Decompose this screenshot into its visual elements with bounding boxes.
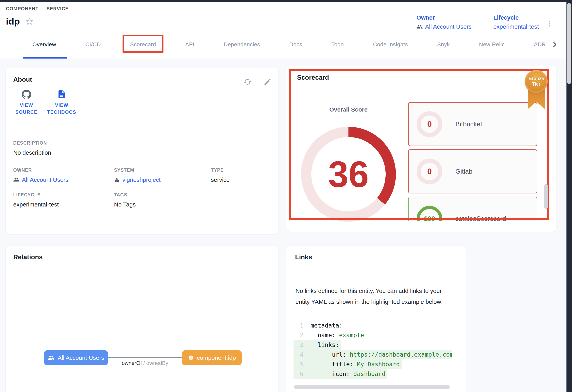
relations-card-title: Relations: [13, 253, 43, 261]
about-system: SYSTEM vigneshproject: [114, 167, 211, 183]
code-line: 2 name: example: [294, 330, 366, 340]
scorecard-item-bitbucket[interactable]: 0 Bitbucket: [408, 102, 537, 146]
scorecard-tab-highlight-box: [123, 35, 163, 53]
category-icon: [114, 177, 120, 182]
header-lifecycle: Lifecycle experimental-test: [493, 14, 539, 30]
view-source-label: VIEW SOURCE: [10, 102, 43, 116]
tab-docs[interactable]: Docs: [275, 30, 317, 59]
links-card-title: Links: [295, 253, 312, 261]
code-line-highlighted: 6 icon: dashboard: [294, 369, 387, 379]
chevron-right-icon[interactable]: [551, 41, 558, 49]
page-scrollbar-thumb[interactable]: [567, 3, 572, 84]
code-line-highlighted: 4 - url: https://dashboard.example.com: [294, 350, 452, 359]
relation-edge-label: ownerOf / ownedBy: [108, 360, 182, 366]
about-card: About VIEW SOURCE VIEW TECHDOCS DESCRIPT…: [5, 68, 279, 234]
owner-link[interactable]: All Account Users: [416, 23, 472, 30]
scorecard-item-gitlab[interactable]: 0 Gitlab: [408, 149, 537, 194]
header-owner: Owner All Account Users: [416, 14, 472, 30]
score-ring: 0: [417, 159, 442, 184]
tab-overview[interactable]: Overview: [18, 30, 71, 59]
tab-todo[interactable]: Todo: [317, 30, 358, 59]
group-icon: [13, 177, 19, 183]
code-line: 1metadata:: [294, 321, 345, 330]
about-card-title: About: [13, 76, 32, 83]
code-line-highlighted: 5 title: My Dashboard: [294, 359, 402, 369]
entity-header: COMPONENT — SERVICE idp Owner All Accoun…: [0, 2, 567, 30]
relation-node-component[interactable]: component:idp: [182, 350, 242, 365]
github-icon: [22, 90, 31, 99]
score-ring: 0: [417, 111, 442, 137]
refresh-icon[interactable]: [243, 78, 252, 86]
yaml-code-block: 1metadata: 2 name: example 3 links: 4 - …: [294, 321, 452, 379]
tab-new-relic[interactable]: New Relic: [464, 30, 519, 59]
relations-card: Relations ownerOf / ownedBy All Account …: [5, 246, 279, 392]
more-options-icon[interactable]: [545, 20, 554, 28]
page-title: idp: [6, 16, 20, 27]
page-scrollbar-track[interactable]: [567, 0, 572, 392]
about-tags: TAGS No Tags: [114, 192, 211, 208]
tab-cicd[interactable]: CI/CD: [71, 30, 115, 59]
about-type: TYPE service: [211, 167, 276, 183]
tab-dependencies[interactable]: Dependencies: [209, 30, 275, 59]
tab-adr[interactable]: ADR: [519, 30, 545, 59]
description-label: DESCRIPTION: [13, 140, 51, 146]
window-top-bar: [0, 0, 572, 2]
tier-badge-label: Bronze Tier: [528, 76, 544, 87]
scorecard-card: Scorecard Bronze Tier Overall Score 36 0…: [286, 66, 556, 232]
links-empty-text: No links defined for this entity. You ca…: [296, 285, 443, 307]
tab-snyk[interactable]: Snyk: [423, 30, 464, 59]
overall-score-donut: 36: [301, 127, 396, 222]
lifecycle-value: experimental-test: [493, 23, 539, 30]
scorecard-list: 0 Bitbucket 0 Gitlab 100 catalogScorecar…: [408, 102, 537, 221]
score-ring: 100: [417, 206, 442, 221]
view-techdocs-button[interactable]: VIEW TECHDOCS: [45, 90, 79, 116]
scorecard-list-scrollbar-thumb[interactable]: [544, 184, 548, 209]
about-lifecycle: LIFECYCLE experimental-test: [13, 192, 114, 208]
group-icon: [48, 354, 55, 361]
scorecard-item-catalogscorecard[interactable]: 100 catalogScorecard: [408, 196, 537, 221]
about-system-link[interactable]: vigneshproject: [114, 176, 211, 183]
view-source-button[interactable]: VIEW SOURCE: [10, 90, 43, 116]
relation-node-owner[interactable]: All Account Users: [44, 350, 108, 365]
entity-tabs-bar: Overview CI/CD Scorecard API Dependencie…: [0, 30, 567, 59]
code-line-highlighted: 3 links:: [294, 340, 341, 350]
breadcrumb: COMPONENT — SERVICE: [6, 6, 69, 12]
owner-value: All Account Users: [425, 23, 472, 30]
main-content: About VIEW SOURCE VIEW TECHDOCS DESCRIPT…: [0, 59, 567, 392]
about-owner: OWNER All Account Users: [13, 167, 114, 183]
owner-label: Owner: [416, 14, 472, 21]
tab-code-insights[interactable]: Code Insights: [358, 30, 422, 59]
tab-api[interactable]: API: [171, 30, 209, 59]
about-owner-link[interactable]: All Account Users: [13, 176, 114, 183]
edit-icon[interactable]: [263, 78, 272, 86]
techdocs-document-icon: [57, 90, 66, 99]
relation-edge-line: [108, 357, 182, 358]
memory-chip-icon: [188, 355, 194, 361]
scorecard-card-title: Scorecard: [297, 74, 329, 81]
lifecycle-label: Lifecycle: [493, 14, 539, 21]
group-icon: [416, 24, 423, 30]
view-techdocs-label: VIEW TECHDOCS: [45, 102, 79, 116]
bronze-tier-badge: Bronze Tier: [525, 70, 548, 93]
overall-score-value: 36: [328, 153, 369, 195]
favorite-star-icon[interactable]: [25, 17, 34, 26]
tab-scorecard[interactable]: Scorecard: [115, 30, 171, 59]
links-card: Links No links defined for this entity. …: [286, 246, 466, 392]
code-horizontal-scrollbar-thumb[interactable]: [294, 385, 450, 389]
description-value: No description: [13, 149, 51, 156]
overall-score-label: Overall Score: [297, 106, 400, 113]
